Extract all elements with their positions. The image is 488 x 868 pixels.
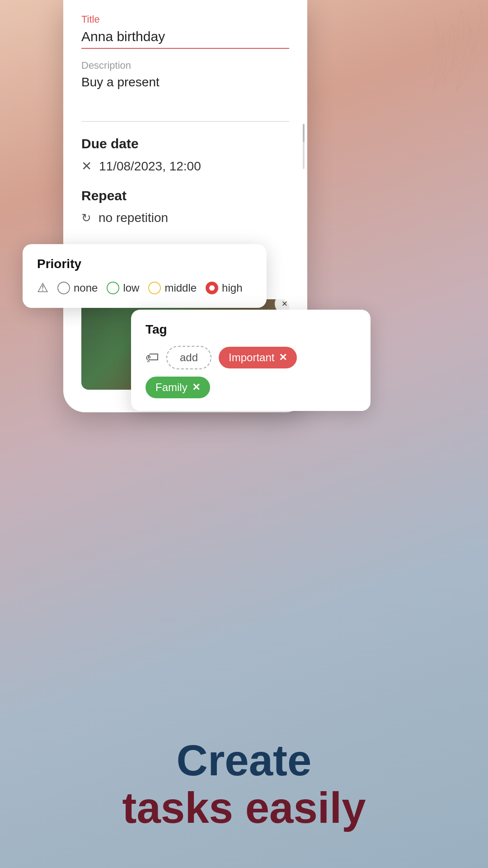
tag-family-close[interactable]: ✕ xyxy=(192,382,200,393)
scrollbar[interactable] xyxy=(303,124,305,169)
svg-line-0 xyxy=(443,23,452,81)
tag-important-close[interactable]: ✕ xyxy=(279,352,287,363)
title-label: Title xyxy=(81,14,289,25)
create-text: Create xyxy=(0,736,488,784)
priority-middle[interactable]: middle xyxy=(148,282,197,294)
decorative-leaves xyxy=(361,0,488,181)
priority-none-label: none xyxy=(74,282,98,294)
form-section: Title Description Buy a present Due date… xyxy=(63,0,307,225)
tasks-easily-text: tasks easily xyxy=(0,784,488,832)
repeat-label: Repeat xyxy=(81,188,289,203)
priority-low[interactable]: low xyxy=(107,282,139,294)
priority-popup: Priority ⚠ none low middle high xyxy=(23,244,267,308)
tag-icon: 🏷 xyxy=(145,350,159,365)
description-field: Description Buy a present xyxy=(81,60,289,122)
radio-middle xyxy=(148,282,161,294)
radio-low xyxy=(107,282,119,294)
repeat-section: Repeat ↻ no repetition xyxy=(81,188,289,225)
bottom-text-section: Create tasks easily xyxy=(0,736,488,832)
scrollbar-thumb xyxy=(303,124,305,142)
repeat-icon: ↻ xyxy=(81,211,91,225)
priority-high[interactable]: high xyxy=(206,282,242,294)
priority-middle-label: middle xyxy=(164,282,197,294)
due-date-value: 11/08/2023, 12:00 xyxy=(99,159,201,174)
tag-family-label: Family xyxy=(155,381,188,394)
priority-low-label: low xyxy=(123,282,139,294)
due-date-row: ✕ 11/08/2023, 12:00 xyxy=(81,159,289,174)
tag-chip-family: Family ✕ xyxy=(145,377,210,398)
priority-high-label: high xyxy=(222,282,242,294)
priority-title: Priority xyxy=(37,257,252,271)
repeat-value: no repetition xyxy=(99,211,168,225)
title-field: Title xyxy=(81,14,289,49)
radio-high xyxy=(206,282,218,294)
priority-options: ⚠ none low middle high xyxy=(37,280,252,295)
tag-chip-important: Important ✕ xyxy=(219,347,297,368)
priority-warning-icon: ⚠ xyxy=(37,280,48,295)
clear-date-icon[interactable]: ✕ xyxy=(81,159,92,174)
repeat-row: ↻ no repetition xyxy=(81,211,289,225)
tag-popup: Tag 🏷 add Important ✕ Family ✕ xyxy=(131,310,371,411)
due-date-label: Due date xyxy=(81,136,289,151)
priority-none[interactable]: none xyxy=(57,282,98,294)
tag-add-button[interactable]: add xyxy=(166,346,211,369)
tag-important-label: Important xyxy=(229,351,274,364)
due-date-section: Due date ✕ 11/08/2023, 12:00 xyxy=(81,136,289,174)
title-input[interactable] xyxy=(81,29,289,49)
tag-row: 🏷 add Important ✕ Family ✕ xyxy=(145,346,356,398)
description-label: Description xyxy=(81,60,289,71)
description-divider xyxy=(81,121,289,122)
description-value: Buy a present xyxy=(81,75,289,90)
tag-title: Tag xyxy=(145,322,356,337)
radio-none xyxy=(57,282,70,294)
